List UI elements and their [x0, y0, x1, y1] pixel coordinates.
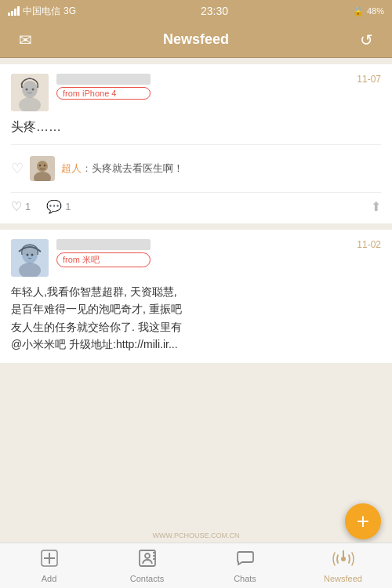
- post-date-2: 11-02: [357, 239, 381, 250]
- post-content-1: 头疼……: [11, 118, 381, 136]
- refresh-icon[interactable]: ↺: [354, 31, 379, 49]
- like-count: 1: [25, 201, 31, 212]
- post-header-2: from 米吧 11-02: [11, 239, 381, 277]
- commenter-avatar-1: [30, 156, 55, 181]
- comment-icon: 💬: [46, 199, 62, 214]
- comment-count: 1: [65, 201, 71, 212]
- mail-icon[interactable]: ✉: [13, 31, 38, 49]
- carrier-label: 中国电信: [23, 5, 60, 18]
- username-placeholder-1: [56, 74, 151, 85]
- svg-point-5: [32, 89, 34, 91]
- status-bar-left: 中国电信 3G: [8, 5, 76, 18]
- battery-label: 48%: [367, 6, 384, 16]
- tab-add[interactable]: Add: [0, 543, 98, 588]
- divider-1: [11, 144, 381, 145]
- comment-button-1[interactable]: 💬 1: [46, 199, 71, 214]
- network-label: 3G: [64, 5, 76, 16]
- tab-newsfeed[interactable]: Newsfeed: [294, 543, 392, 588]
- feed-content: from iPhone 4 11-07 头疼…… ♡ 超人：头疼: [0, 58, 392, 543]
- like-icon: ♡: [11, 199, 22, 214]
- add-tab-icon: [40, 549, 59, 572]
- like-button-1[interactable]: ♡ 1: [11, 199, 31, 214]
- page-title: Newsfeed: [163, 31, 229, 48]
- status-bar: 中国电信 3G 23:30 🔒 48%: [0, 0, 392, 22]
- status-bar-right: 🔒 48%: [353, 6, 384, 16]
- tab-chats[interactable]: Chats: [196, 543, 294, 588]
- post-date-1: 11-07: [357, 74, 381, 85]
- fab-button[interactable]: +: [345, 503, 381, 539]
- newsfeed-tab-icon: [332, 549, 354, 572]
- action-row-1: ♡ 1 💬 1 ⬆: [11, 199, 381, 214]
- svg-point-15: [31, 254, 34, 256]
- svg-point-14: [27, 254, 29, 256]
- svg-point-2: [24, 82, 36, 96]
- tab-label-add: Add: [42, 574, 57, 583]
- tab-label-newsfeed: Newsfeed: [324, 574, 362, 583]
- chats-tab-icon: [236, 549, 255, 572]
- feed-card-2: from 米吧 11-02 年轻人,我看你智慧超群, 天资聪慧, 是百年难得一见…: [0, 230, 392, 363]
- source-badge-1: from iPhone 4: [56, 87, 151, 100]
- svg-point-4: [26, 89, 28, 91]
- tab-bar: Add Contacts Chats: [0, 543, 392, 588]
- svg-point-20: [145, 554, 150, 558]
- svg-point-9: [39, 165, 41, 166]
- status-time: 23:30: [201, 5, 228, 17]
- avatar-1: [11, 74, 49, 111]
- svg-point-7: [37, 161, 48, 172]
- comment-text-1: 超人：头疼就去看医生啊！: [61, 162, 183, 176]
- svg-point-10: [44, 165, 45, 166]
- tab-contacts[interactable]: Contacts: [98, 543, 196, 588]
- tab-label-contacts: Contacts: [130, 574, 164, 583]
- share-button-1[interactable]: ⬆: [371, 199, 381, 214]
- lock-icon: 🔒: [353, 6, 364, 16]
- signal-icon: [8, 6, 20, 16]
- header: ✉ Newsfeed ↺: [0, 22, 392, 58]
- feed-card-1: from iPhone 4 11-07 头疼…… ♡ 超人：头疼: [0, 64, 392, 223]
- post-header-left-1: from iPhone 4: [11, 74, 151, 111]
- divider-2: [11, 192, 381, 193]
- tab-label-chats: Chats: [234, 574, 256, 583]
- comment-row-1: ♡ 超人：头疼就去看医生啊！: [11, 151, 381, 186]
- heart-icon: ♡: [11, 160, 24, 177]
- post-content-2: 年轻人,我看你智慧超群, 天资聪慧, 是百年难得一见的泡吧奇才, 重振吧 友人生…: [11, 283, 381, 354]
- source-badge-2: from 米吧: [56, 252, 151, 267]
- post-header-1: from iPhone 4 11-07: [11, 74, 381, 111]
- post-meta-1: from iPhone 4: [56, 74, 151, 100]
- username-placeholder-2: [56, 239, 151, 250]
- post-header-left-2: from 米吧: [11, 239, 151, 277]
- contacts-tab-icon: [138, 549, 157, 572]
- avatar-2: [11, 239, 49, 277]
- post-meta-2: from 米吧: [56, 239, 151, 267]
